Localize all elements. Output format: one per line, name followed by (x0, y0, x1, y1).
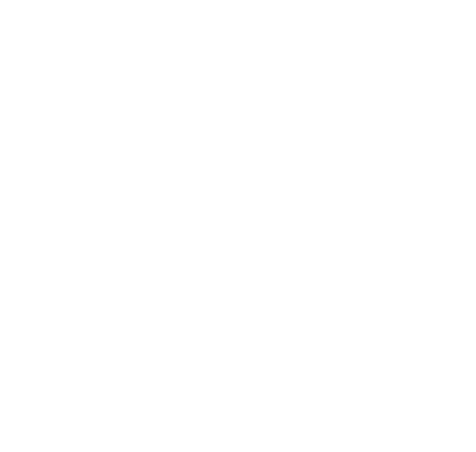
org-chart (7, 0, 470, 24)
